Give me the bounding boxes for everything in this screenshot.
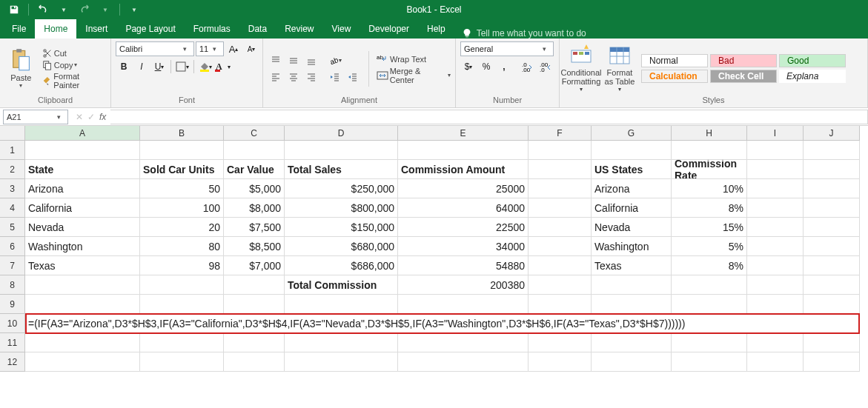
cell[interactable]: 22500 (398, 218, 529, 237)
tab-formulas[interactable]: Formulas (185, 19, 239, 39)
cell[interactable] (224, 275, 285, 295)
cell[interactable] (140, 295, 224, 314)
cell[interactable] (747, 160, 804, 179)
cell[interactable] (747, 218, 804, 237)
cell[interactable] (804, 198, 860, 218)
style-bad[interactable]: Bad (710, 54, 777, 67)
cancel-formula-icon[interactable]: ✕ (76, 112, 83, 122)
col-header-J[interactable]: J (804, 126, 860, 141)
conditional-formatting-button[interactable]: Conditional Formatting▾ (564, 43, 598, 95)
cell[interactable] (747, 295, 804, 314)
cell[interactable]: $7,000 (224, 256, 285, 275)
cell[interactable]: 64000 (398, 198, 529, 218)
cell[interactable] (672, 333, 747, 352)
cell[interactable]: 15% (672, 218, 747, 237)
cell[interactable] (804, 141, 860, 160)
decrease-indent-button[interactable] (327, 70, 343, 84)
borders-button[interactable]: ▾ (174, 59, 191, 74)
cell[interactable]: Arizona (592, 179, 672, 198)
cell[interactable] (592, 295, 672, 314)
fx-icon[interactable]: fx (99, 112, 106, 122)
enter-formula-icon[interactable]: ✓ (87, 112, 95, 122)
style-good[interactable]: Good (779, 54, 846, 67)
style-explanatory[interactable]: Explana (779, 70, 846, 83)
cell[interactable] (285, 295, 398, 314)
style-normal[interactable]: Normal (641, 54, 708, 67)
cell[interactable] (747, 275, 804, 295)
worksheet[interactable]: A B C D E F G H I J 1 2 State Sold Car U… (0, 126, 868, 372)
cell[interactable] (529, 141, 592, 160)
format-painter-button[interactable]: Format Painter (42, 72, 106, 90)
cell[interactable] (140, 352, 224, 372)
cell[interactable] (25, 352, 140, 372)
col-header-B[interactable]: B (140, 126, 224, 141)
cell[interactable] (285, 352, 398, 372)
cell[interactable] (804, 333, 860, 352)
cell[interactable]: Texas (592, 256, 672, 275)
shrink-font-button[interactable]: A▾ (243, 41, 259, 56)
cell[interactable] (747, 179, 804, 198)
cell[interactable] (398, 352, 529, 372)
tab-home[interactable]: Home (35, 19, 76, 39)
cell[interactable] (140, 333, 224, 352)
cell[interactable]: $8,500 (224, 237, 285, 256)
merge-center-button[interactable]: Merge & Center ▾ (377, 67, 451, 84)
cell[interactable]: 200380 (398, 275, 529, 295)
cell[interactable]: 34000 (398, 237, 529, 256)
cell[interactable]: Nevada (592, 218, 672, 237)
cell[interactable] (747, 198, 804, 218)
font-name-combo[interactable]: Calibri▾ (116, 41, 194, 56)
cell[interactable] (25, 275, 140, 295)
increase-decimal-button[interactable]: .0.00 (520, 59, 536, 74)
cell[interactable]: =(IF(A3="Arizona",D3*$H$3,IF(A3="Califor… (25, 314, 860, 333)
style-check-cell[interactable]: Check Cell (710, 70, 777, 83)
cell[interactable] (529, 256, 592, 275)
cell[interactable] (529, 275, 592, 295)
cell[interactable] (804, 275, 860, 295)
cell[interactable] (804, 160, 860, 179)
cell[interactable]: Washington (592, 237, 672, 256)
cell[interactable]: 50 (140, 179, 224, 198)
redo-dropdown[interactable]: ▼ (97, 1, 113, 18)
cell[interactable] (224, 141, 285, 160)
select-all-corner[interactable] (0, 126, 25, 141)
row-header[interactable]: 3 (0, 179, 25, 198)
grow-font-button[interactable]: A▴ (225, 41, 242, 56)
formula-bar[interactable] (110, 110, 868, 124)
col-header-H[interactable]: H (672, 126, 747, 141)
row-header[interactable]: 9 (0, 295, 25, 314)
cell[interactable] (529, 218, 592, 237)
cell[interactable] (140, 275, 224, 295)
tab-developer[interactable]: Developer (360, 19, 418, 39)
col-header-F[interactable]: F (529, 126, 592, 141)
tab-view[interactable]: View (323, 19, 360, 39)
cell[interactable] (25, 141, 140, 160)
cell[interactable]: 10% (672, 179, 747, 198)
paste-button[interactable]: Paste ▾ (4, 43, 38, 95)
number-format-combo[interactable]: General▾ (460, 41, 554, 56)
underline-button[interactable]: U▾ (151, 59, 168, 74)
accounting-format-button[interactable]: $▾ (460, 59, 477, 74)
cell[interactable] (747, 256, 804, 275)
increase-indent-button[interactable] (345, 70, 361, 84)
redo-button[interactable] (76, 1, 93, 18)
cell[interactable]: 80 (140, 237, 224, 256)
cell[interactable]: 8% (672, 198, 747, 218)
cell[interactable] (529, 333, 592, 352)
cell[interactable] (529, 198, 592, 218)
cell[interactable] (398, 141, 529, 160)
align-center-button[interactable] (285, 70, 302, 84)
cell[interactable] (804, 295, 860, 314)
row-header[interactable]: 7 (0, 256, 25, 275)
italic-button[interactable]: I (133, 59, 150, 74)
col-header-D[interactable]: D (285, 126, 398, 141)
cell[interactable]: 54880 (398, 256, 529, 275)
undo-button[interactable] (35, 1, 51, 18)
cell[interactable]: Texas (25, 256, 140, 275)
cell[interactable]: $250,000 (285, 179, 398, 198)
tab-data[interactable]: Data (239, 19, 276, 39)
cell[interactable]: $7,500 (224, 218, 285, 237)
cell[interactable]: $680,000 (285, 237, 398, 256)
cell[interactable] (672, 141, 747, 160)
col-header-E[interactable]: E (398, 126, 529, 141)
